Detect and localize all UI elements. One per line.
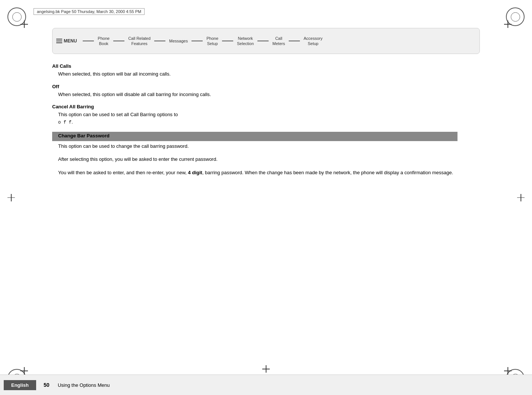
nav-item-phone-book-label: PhoneBook <box>98 36 110 47</box>
language-label: English <box>4 380 36 390</box>
section-all-calls-title: All Calls <box>52 63 457 69</box>
off-text: o f f <box>58 120 72 125</box>
section-all-calls-body: When selected, this option will bar all … <box>58 70 457 78</box>
nav-item-messages-label: Messages <box>169 38 188 44</box>
nav-separator-5 <box>222 41 233 41</box>
crosshair-tl <box>20 20 28 28</box>
section-all-calls: All Calls When selected, this option wil… <box>52 63 457 78</box>
nav-separator-7 <box>289 41 300 41</box>
section-change-bar-password-para2: After selecting this option, you will be… <box>58 156 457 163</box>
nav-item-phone-book[interactable]: PhoneBook <box>95 34 112 48</box>
bold-4-digit: 4 digit <box>188 170 202 175</box>
nav-item-phone-setup-label: PhoneSetup <box>206 36 218 47</box>
crosshair-mid-right <box>517 194 525 201</box>
section-change-bar-password-para3: You will then be asked to enter, and the… <box>58 169 457 176</box>
page-label-text: Using the Options Menu <box>58 382 110 388</box>
nav-item-phone-setup[interactable]: PhoneSetup <box>204 34 221 48</box>
crosshair-bottom-center <box>262 365 270 373</box>
section-cancel-all-barring: Cancel All Barring This option can be us… <box>52 104 457 126</box>
menu-label: MENU <box>64 38 77 44</box>
nav-item-call-meters-label: CallMeters <box>272 36 285 47</box>
nav-item-network-selection[interactable]: NetworkSelection <box>235 34 256 48</box>
page-label: Using the Options Menu <box>53 382 110 388</box>
nav-separator-3 <box>154 41 165 41</box>
crosshair-tr <box>504 20 512 28</box>
nav-item-call-related-label: Call RelatedFeatures <box>128 36 151 47</box>
menu-label-group: MENU <box>56 38 80 44</box>
page-number: 50 <box>44 382 50 388</box>
section-change-bar-password-title: Change Bar Password <box>52 133 457 138</box>
menu-icon <box>56 39 62 43</box>
navigation-bar: MENU PhoneBook Call RelatedFeatures Mess… <box>52 28 480 54</box>
file-info-bar: angelsing.bk Page 50 Thursday, March 30,… <box>34 8 145 15</box>
nav-item-call-related[interactable]: Call RelatedFeatures <box>126 34 153 48</box>
nav-item-messages[interactable]: Messages <box>167 37 190 45</box>
nav-separator-4 <box>191 41 203 41</box>
bottom-bar: English 50 Using the Options Menu <box>0 375 532 395</box>
section-off-title: Off <box>52 84 457 89</box>
section-change-bar-password: Change Bar Password This option can be u… <box>52 132 457 176</box>
file-info-text: angelsing.bk Page 50 Thursday, March 30,… <box>37 9 141 14</box>
section-cancel-all-barring-title: Cancel All Barring <box>52 104 457 109</box>
crosshair-br <box>504 367 512 375</box>
nav-item-network-selection-label: NetworkSelection <box>237 36 254 47</box>
section-change-bar-password-para1: This option can be used to change the ca… <box>58 143 457 150</box>
nav-item-accessory-setup[interactable]: AccessorySetup <box>301 34 325 48</box>
nav-item-accessory-setup-label: AccessorySetup <box>304 36 323 47</box>
nav-separator-6 <box>257 41 269 41</box>
nav-separator-1 <box>83 41 94 41</box>
section-cancel-all-barring-body: This option can be used to set all Call … <box>58 111 457 126</box>
crosshair-bl <box>20 367 28 375</box>
section-off: Off When selected, this option will disa… <box>52 84 457 98</box>
nav-separator-2 <box>113 41 124 41</box>
crosshair-mid-left <box>7 194 15 201</box>
nav-item-call-meters[interactable]: CallMeters <box>270 34 287 48</box>
section-off-body: When selected, this option will disable … <box>58 91 457 98</box>
main-content: All Calls When selected, this option wil… <box>52 63 457 350</box>
